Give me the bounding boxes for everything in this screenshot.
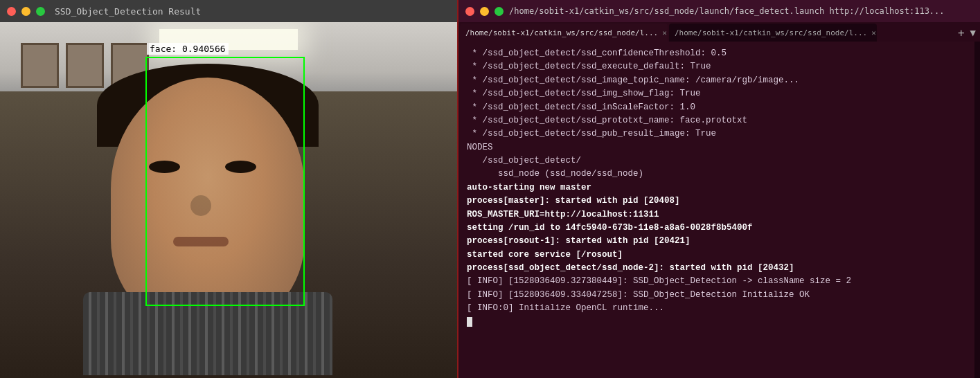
terminal-titlebar: /home/sobit-x1/catkin_ws/src/ssd_node/la… [458, 0, 980, 22]
terminal-line: * /ssd_object_detect/ssd_image_topic_nam… [467, 74, 966, 87]
shirt-area [83, 292, 332, 375]
person-area [69, 78, 388, 375]
terminal-window: /home/sobit-x1/catkin_ws/src/ssd_node/la… [457, 0, 980, 378]
terminal-line: [ INFO:0] Initialize OpenCL runtime... [467, 302, 966, 315]
tab-2-close[interactable]: ✕ [871, 28, 876, 37]
ceiling-light [159, 29, 298, 50]
close-button[interactable] [7, 7, 16, 16]
camera-content: face: 0.940566 [0, 22, 457, 378]
terminal-line: started core service [/rosout] [467, 249, 966, 262]
left-eye [149, 161, 180, 173]
terminal-line: auto-starting new master [467, 181, 966, 195]
terminal-line: ssd_node (ssd_node/ssd_node) [467, 168, 966, 181]
terminal-title: /home/sobit-x1/catkin_ws/src/ssd_node/la… [509, 6, 973, 16]
nose [190, 195, 211, 216]
tab-1-close[interactable]: ✕ [662, 28, 667, 37]
terminal-line: * /ssd_object_detect/ssd_execute_default… [467, 60, 966, 73]
new-tab-button[interactable]: + [955, 26, 968, 39]
wall-frame-1 [21, 43, 59, 88]
terminal-line: [ INFO] [1528036409.327380449]: SSD_Obje… [467, 275, 966, 288]
right-eye [225, 161, 256, 173]
camera-titlebar: SSD_Object_Detection Result [0, 0, 457, 22]
terminal-tabs: /home/sobit-x1/catkin_ws/src/ssd_node/l.… [458, 22, 980, 42]
terminal-line: setting /run_id to 14fc5940-673b-11e8-a8… [467, 222, 966, 235]
camera-window-title: SSD_Object_Detection Result [55, 6, 201, 17]
terminal-close-button[interactable] [465, 7, 474, 16]
terminal-cursor-line [467, 316, 966, 329]
camera-window: SSD_Object_Detection Result [0, 0, 457, 378]
terminal-cursor [467, 317, 472, 327]
tab-menu-button[interactable]: ▼ [970, 27, 976, 38]
terminal-line: * /ssd_object_detect/ssd_img_show_flag: … [467, 87, 966, 100]
face-skin [111, 78, 305, 327]
terminal-maximize-button[interactable] [495, 7, 504, 16]
terminal-line: [ INFO] [1528036409.334047258]: SSD_Obje… [467, 289, 966, 302]
terminal-line: * /ssd_object_detect/ssd_confidenceThres… [467, 47, 966, 60]
tab-2-label: /home/sobit-x1/catkin_ws/src/ssd_node/l.… [675, 28, 867, 37]
terminal-body: * /ssd_object_detect/ssd_confidenceThres… [458, 42, 974, 378]
terminal-line: /ssd_object_detect/ [467, 154, 966, 168]
terminal-line: process[ssd_object_detect/ssd_node-2]: s… [467, 262, 966, 275]
terminal-tab-2[interactable]: /home/sobit-x1/catkin_ws/src/ssd_node/l.… [669, 24, 877, 42]
terminal-line: * /ssd_object_detect/ssd_prototxt_name: … [467, 114, 966, 127]
terminal-tab-1[interactable]: /home/sobit-x1/catkin_ws/src/ssd_node/l.… [460, 24, 668, 42]
tab-actions: + ▼ [952, 24, 979, 42]
terminal-line: * /ssd_object_detect/ssd_inScaleFactor: … [467, 101, 966, 114]
tab-1-label: /home/sobit-x1/catkin_ws/src/ssd_node/l.… [465, 28, 658, 37]
terminal-line: process[master]: started with pid [20408… [467, 195, 966, 208]
terminal-scrollbar[interactable] [974, 42, 980, 378]
terminal-line: process[rosout-1]: started with pid [204… [467, 235, 966, 248]
terminal-minimize-button[interactable] [480, 7, 489, 16]
terminal-line: NODES [467, 141, 966, 154]
minimize-button[interactable] [21, 7, 30, 16]
terminal-line: ROS_MASTER_URI=http://localhost:11311 [467, 208, 966, 222]
terminal-line: * /ssd_object_detect/ssd_pub_result_imag… [467, 127, 966, 141]
mouth [173, 237, 229, 246]
maximize-button[interactable] [36, 7, 45, 16]
